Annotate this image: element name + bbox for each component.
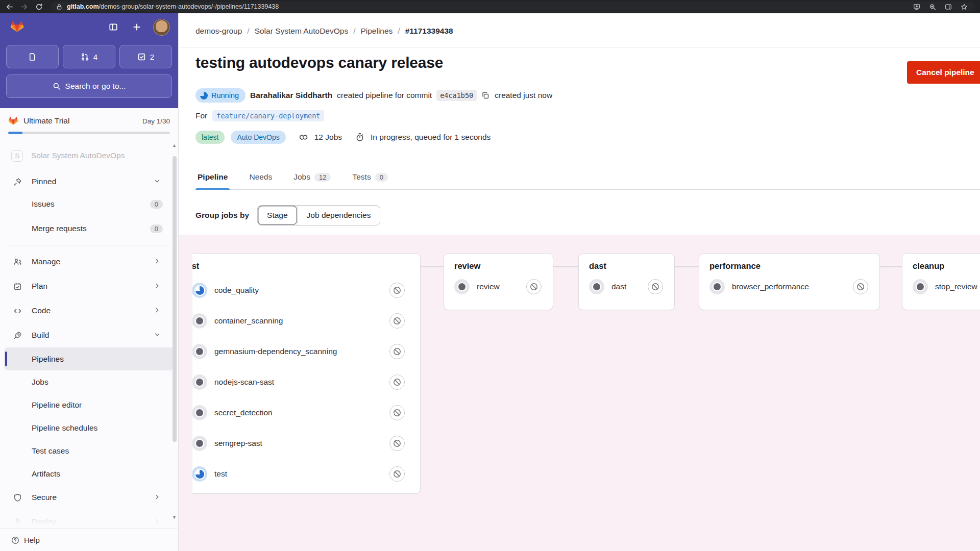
job-name[interactable]: browser_performance bbox=[732, 282, 846, 291]
sidebar-item-plan[interactable]: Plan bbox=[0, 274, 178, 298]
breadcrumb-item[interactable]: Pipelines bbox=[360, 27, 393, 36]
todos-count: 2 bbox=[150, 53, 154, 61]
job-name[interactable]: dast bbox=[611, 282, 641, 291]
branch-ref-chip[interactable]: feature/canary-deployment bbox=[212, 110, 324, 121]
cancel-job-icon[interactable] bbox=[389, 405, 405, 420]
pipeline-meta-row: latest Auto DevOps 12 Jobs In progress, … bbox=[195, 131, 491, 144]
zoom-icon[interactable] bbox=[929, 3, 936, 11]
cancel-job-icon[interactable] bbox=[389, 374, 405, 390]
cancel-job-icon[interactable] bbox=[389, 313, 405, 329]
sidebar-item-pipeline-schedules[interactable]: Pipeline schedules bbox=[0, 416, 178, 439]
todos-shortcut-button[interactable]: 2 bbox=[119, 45, 172, 68]
trial-widget[interactable]: Ultimate Trial Day 1/30 bbox=[0, 113, 178, 134]
sidebar-item-manage[interactable]: Manage bbox=[0, 249, 178, 274]
address-bar[interactable]: gitlab.com/demos-group/solar-system-auto… bbox=[51, 2, 975, 12]
job-row-semgrep-sast[interactable]: semgrep-sast bbox=[192, 428, 420, 459]
cancel-job-icon[interactable] bbox=[389, 466, 405, 482]
cancel-pipeline-button[interactable]: Cancel pipeline bbox=[907, 61, 980, 84]
sidebar-scrollbar[interactable] bbox=[173, 156, 177, 442]
job-row-stop_review[interactable]: stop_review bbox=[902, 275, 980, 298]
job-status-created-icon bbox=[192, 436, 207, 451]
group-by-option-job-dependencies[interactable]: Job dependencies bbox=[297, 206, 380, 225]
job-row-secret_detection[interactable]: secret_detection bbox=[192, 397, 420, 428]
sidebar-scroll-down-icon[interactable]: ▼ bbox=[172, 515, 177, 520]
sidebar-item-artifacts[interactable]: Artifacts bbox=[0, 462, 178, 485]
sidebar-item-test-cases[interactable]: Test cases bbox=[0, 439, 178, 462]
autodevops-badge[interactable]: Auto DevOps bbox=[231, 131, 285, 144]
sidebar-item-jobs[interactable]: Jobs bbox=[0, 370, 178, 393]
browser-reload-icon[interactable] bbox=[35, 3, 43, 11]
header-divider bbox=[179, 47, 980, 47]
sidebar-scroll-up-icon[interactable]: ▲ bbox=[172, 143, 177, 148]
collapse-sidebar-icon[interactable] bbox=[107, 21, 119, 33]
cancel-job-icon[interactable] bbox=[389, 283, 405, 298]
cancel-job-icon[interactable] bbox=[389, 436, 405, 451]
job-row-container_scanning[interactable]: container_scanning bbox=[192, 306, 420, 336]
breadcrumb-item[interactable]: #1171339438 bbox=[405, 27, 453, 36]
sidebar-item-code[interactable]: Code bbox=[0, 298, 178, 323]
gitlab-logo-icon[interactable] bbox=[10, 20, 24, 34]
job-name[interactable]: code_quality bbox=[214, 286, 382, 295]
sidebar-item-pinned[interactable]: Pinned bbox=[0, 171, 178, 192]
sidebar-item-pipelines[interactable]: Pipelines bbox=[4, 347, 174, 370]
breadcrumb-item[interactable]: Solar System AutoDevOps bbox=[255, 27, 349, 36]
sidebar-item-secure[interactable]: Secure bbox=[0, 485, 178, 510]
sidebar-help[interactable]: Help bbox=[0, 529, 178, 551]
jobs-count-text[interactable]: 12 Jobs bbox=[314, 133, 342, 142]
tab-pipeline[interactable]: Pipeline bbox=[195, 172, 230, 189]
job-name[interactable]: container_scanning bbox=[214, 316, 382, 325]
group-by-option-stage[interactable]: Stage bbox=[258, 206, 297, 225]
sidebar-item-pipeline-editor[interactable]: Pipeline editor bbox=[0, 393, 178, 416]
help-label: Help bbox=[24, 536, 40, 544]
status-badge[interactable]: Running bbox=[195, 88, 246, 103]
job-row-test[interactable]: test bbox=[192, 459, 420, 489]
sidebar-item-merge-requests[interactable]: Merge requests0 bbox=[0, 216, 178, 241]
shield-icon bbox=[11, 491, 23, 504]
tab-jobs[interactable]: Jobs12 bbox=[291, 172, 333, 189]
sidebar-project-item[interactable]: SSolar System AutoDevOps bbox=[0, 147, 178, 164]
create-new-icon[interactable] bbox=[131, 21, 143, 33]
job-name[interactable]: stop_review bbox=[935, 282, 980, 291]
job-row-review[interactable]: review bbox=[444, 275, 553, 298]
job-row-gemnasium-dependency_scanning[interactable]: gemnasium-dependency_scanning bbox=[192, 336, 420, 367]
browser-forward-icon[interactable] bbox=[20, 3, 29, 11]
issues-shortcut-button[interactable] bbox=[6, 45, 59, 68]
stopwatch-icon bbox=[355, 133, 364, 142]
for-label: For bbox=[195, 111, 207, 120]
job-row-browser_performance[interactable]: browser_performance bbox=[699, 275, 879, 298]
bookmark-star-icon[interactable] bbox=[961, 3, 968, 11]
commit-sha-chip[interactable]: e4ca1b50 bbox=[436, 90, 477, 101]
user-avatar[interactable] bbox=[153, 19, 170, 36]
job-name[interactable]: nodejs-scan-sast bbox=[214, 378, 382, 387]
sidebar-item-issues[interactable]: Issues0 bbox=[0, 192, 178, 216]
browser-back-icon[interactable] bbox=[5, 3, 14, 11]
cancel-job-icon[interactable] bbox=[648, 279, 663, 294]
sidebar-item-build[interactable]: Build bbox=[0, 323, 178, 347]
copy-commit-sha-icon[interactable] bbox=[481, 91, 490, 100]
job-name[interactable]: secret_detection bbox=[214, 408, 382, 417]
job-name[interactable]: test bbox=[214, 469, 382, 479]
job-row-nodejs-scan-sast[interactable]: nodejs-scan-sast bbox=[192, 367, 420, 397]
job-name[interactable]: review bbox=[477, 282, 519, 291]
sidebar-item-label: Pipelines bbox=[32, 355, 166, 364]
merge-requests-shortcut-button[interactable]: 4 bbox=[63, 45, 115, 68]
side-panel-icon[interactable] bbox=[945, 3, 952, 11]
pipeline-author[interactable]: Barahalikar Siddharth bbox=[250, 91, 332, 100]
job-row-dast[interactable]: dast bbox=[579, 275, 674, 298]
tab-needs[interactable]: Needs bbox=[247, 172, 274, 189]
job-name[interactable]: gemnasium-dependency_scanning bbox=[214, 347, 382, 356]
tab-tests[interactable]: Tests0 bbox=[350, 172, 389, 189]
job-row-code_quality[interactable]: code_quality bbox=[192, 275, 420, 306]
stage-jobs-list: review bbox=[444, 275, 553, 298]
install-icon[interactable] bbox=[913, 3, 920, 11]
job-name[interactable]: semgrep-sast bbox=[214, 439, 382, 448]
cancel-job-icon[interactable] bbox=[389, 344, 405, 359]
stage-jobs-list: stop_review bbox=[902, 275, 980, 298]
cancel-job-icon[interactable] bbox=[526, 279, 542, 294]
pin-icon bbox=[11, 176, 23, 188]
stage-name: review bbox=[454, 261, 553, 271]
sidebar-item-deploy[interactable]: Deploy bbox=[0, 510, 178, 529]
cancel-job-icon[interactable] bbox=[853, 279, 868, 294]
search-input[interactable]: Search or go to... bbox=[6, 74, 172, 98]
breadcrumb-item[interactable]: demos-group bbox=[195, 27, 242, 36]
